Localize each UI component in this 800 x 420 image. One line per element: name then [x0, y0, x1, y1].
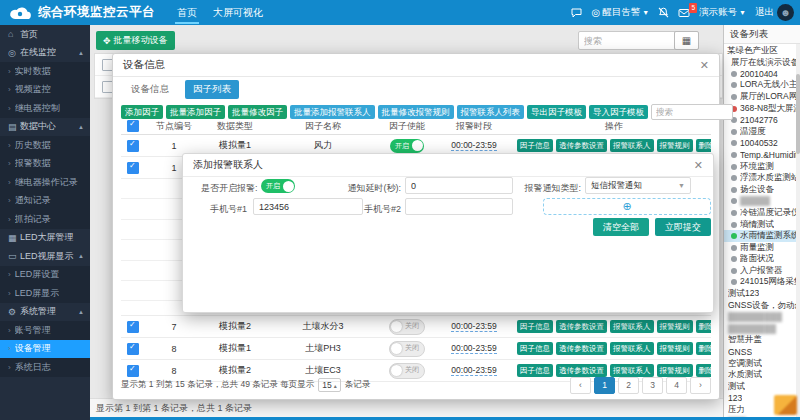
row-action-button[interactable]: 报警规则	[657, 320, 693, 333]
sidebar-sub-item[interactable]: ›继电器操作记录	[0, 173, 90, 192]
row-action-button[interactable]: 透传参数设置	[556, 342, 607, 355]
device-tree-item[interactable]: 测试	[724, 381, 796, 393]
alarm-dropdown[interactable]: ◎ 醒目告警 ▼	[591, 6, 649, 19]
alarm-type-select[interactable]: 短信报警通知 ▼	[585, 177, 691, 194]
page-button[interactable]: 3	[642, 377, 663, 394]
device-tree-group[interactable]: 展厅在线演示设备（勿动	[724, 56, 796, 68]
sidebar-sub-item[interactable]: ›设备管理	[0, 340, 90, 359]
row-checkbox[interactable]	[127, 140, 139, 152]
device-tree-item[interactable]: ████████	[724, 323, 796, 335]
tab-device-info[interactable]: 设备信息	[123, 80, 177, 99]
device-tree-item[interactable]: 10040532	[724, 138, 796, 150]
device-tree-item[interactable]: Temp.&Humidity	[724, 149, 796, 161]
sidebar-sub-item[interactable]: ›LED屏显示	[0, 284, 90, 303]
device-tree-item[interactable]: 雨量监测	[724, 242, 796, 254]
submit-button[interactable]: 立即提交	[655, 218, 711, 236]
device-tree-item[interactable]: 智慧井盖	[724, 335, 796, 347]
sidebar-sub-item[interactable]: ›历史数据	[0, 136, 90, 155]
row-action-button[interactable]: 因子信息	[517, 139, 553, 152]
mute-bell-icon[interactable]	[658, 7, 669, 18]
device-tree-item[interactable]: 测试123	[724, 288, 796, 300]
device-tree-root[interactable]: 某绿色产业区	[724, 44, 796, 56]
close-icon[interactable]: ✕	[700, 59, 709, 72]
device-tree-item[interactable]: █████████	[724, 311, 796, 323]
columns-toggle-button[interactable]: ▦	[674, 31, 699, 50]
device-panel-scrollbar[interactable]	[796, 44, 800, 417]
row-action-button[interactable]: 因子信息	[517, 320, 553, 333]
row-action-button[interactable]: 删除因子	[696, 139, 712, 152]
page-size-select[interactable]: 15 ▴	[318, 378, 340, 392]
factor-enable-toggle[interactable]: 关闭	[389, 341, 425, 357]
row-action-button[interactable]: 透传参数设置	[556, 320, 607, 333]
messages-icon[interactable]: 5	[678, 8, 690, 18]
add-phone-button[interactable]: ⊕	[543, 198, 711, 215]
account-dropdown[interactable]: 演示账号 ▼	[699, 6, 746, 19]
row-action-button[interactable]: 因子信息	[517, 342, 553, 355]
row-action-button[interactable]: 删除因子	[696, 342, 712, 355]
factor-table-row[interactable]: 7模拟量2土壤水分3关闭00:00-23:59因子信息透传参数设置报警联系人报警…	[121, 316, 711, 338]
nav-tab-bigscreen[interactable]: 大屏可视化	[205, 1, 271, 24]
sidebar-sub-item[interactable]: ›账号管理	[0, 321, 90, 340]
device-tree-item[interactable]: 温湿度	[724, 126, 796, 138]
sidebar-sub-item[interactable]: ›视频监控	[0, 81, 90, 100]
avatar[interactable]: ☻	[777, 4, 794, 21]
nav-tab-home[interactable]: 首页	[169, 1, 205, 24]
sidebar-group-item[interactable]: ⚙系统管理▲	[0, 303, 90, 322]
factor-enable-toggle[interactable]: 开启	[390, 139, 424, 153]
row-checkbox[interactable]	[127, 162, 139, 174]
page-button[interactable]: 2	[618, 377, 639, 394]
row-action-button[interactable]: 报警联系人	[610, 342, 654, 355]
device-tree-item[interactable]: 20010404	[724, 68, 796, 80]
alarm-period-link[interactable]: 00:00-23:59	[451, 321, 496, 332]
sidebar-sub-item[interactable]: ›继电器控制	[0, 99, 90, 118]
notify-delay-input[interactable]	[405, 177, 513, 194]
device-tree-item[interactable]: 空调测试	[724, 358, 796, 370]
prev-page-button[interactable]: ‹	[570, 377, 591, 394]
device-tree-item[interactable]: 冷链温度记录仪	[724, 207, 796, 219]
device-tree-item[interactable]: █████	[724, 196, 796, 208]
sidebar-group-item[interactable]: ⌂首页	[0, 25, 90, 44]
sidebar-sub-item[interactable]: ›系统日志	[0, 358, 90, 377]
sidebar-sub-item[interactable]: ›实时数据	[0, 62, 90, 81]
device-tree-item[interactable]: 扬尘设备	[724, 184, 796, 196]
enable-alarm-toggle[interactable]: 开启	[261, 179, 295, 193]
device-tree-item[interactable]: 展厅的LORA网关	[724, 91, 796, 103]
device-tree-item[interactable]: 入户报警器	[724, 265, 796, 277]
sidebar-group-item[interactable]: ▤数据中心▲	[0, 118, 90, 137]
row-action-button[interactable]: 删除因子	[696, 320, 712, 333]
device-tree-item[interactable]: 环境监测	[724, 161, 796, 173]
logout-button[interactable]: 退出	[755, 6, 774, 19]
device-tree-item[interactable]: LORA无线小主机	[724, 80, 796, 92]
sidebar-sub-item[interactable]: ›LED屏设置	[0, 266, 90, 285]
sidebar-group-item[interactable]: ▭LED视屏显示▲	[0, 247, 90, 266]
device-tree-item[interactable]: 水雨情监测系统	[724, 230, 796, 242]
row-action-button[interactable]: 报警联系人	[610, 139, 654, 152]
batch-move-devices-button[interactable]: ✥ 批量移动设备	[96, 31, 175, 50]
phone2-input[interactable]	[405, 198, 513, 215]
sidebar-sub-item[interactable]: ›抓拍记录	[0, 210, 90, 229]
sidebar-sub-item[interactable]: ›通知记录	[0, 192, 90, 211]
sidebar-group-item[interactable]: ▦LED大屏管理	[0, 229, 90, 248]
device-tree-item[interactable]: 路面状况	[724, 254, 796, 266]
row-action-button[interactable]: 报警规则	[657, 139, 693, 152]
device-tree-item[interactable]: 水质测试	[724, 369, 796, 381]
floating-widget-icon[interactable]	[774, 395, 797, 415]
sidebar-sub-item[interactable]: ›报警数据	[0, 155, 90, 174]
feedback-icon[interactable]	[571, 8, 582, 18]
factor-table-row[interactable]: 8模拟量1土壤PH3关闭00:00-23:59因子信息透传参数设置报警联系人报警…	[121, 338, 711, 360]
next-page-button[interactable]: ›	[690, 377, 711, 394]
device-tree-item[interactable]: GNSS设备，勿动勿改	[724, 300, 796, 312]
row-checkbox[interactable]	[127, 343, 139, 355]
row-checkbox[interactable]	[127, 321, 139, 333]
device-tree-item[interactable]: GNSS	[724, 346, 796, 358]
clear-all-button[interactable]: 清空全部	[593, 218, 649, 236]
device-tree-item[interactable]: 浮漂水质监测站	[724, 172, 796, 184]
device-tree-item[interactable]: 21042776	[724, 114, 796, 126]
row-action-button[interactable]: 透传参数设置	[556, 139, 607, 152]
row-action-button[interactable]: 报警联系人	[610, 320, 654, 333]
alarm-period-link[interactable]: 00:00-23:59	[451, 140, 496, 151]
device-tree-item[interactable]: 368-N8型大屏温湿度	[724, 103, 796, 115]
select-all-checkbox[interactable]	[127, 120, 139, 132]
page-button[interactable]: 1	[594, 377, 615, 394]
row-action-button[interactable]: 报警规则	[657, 342, 693, 355]
